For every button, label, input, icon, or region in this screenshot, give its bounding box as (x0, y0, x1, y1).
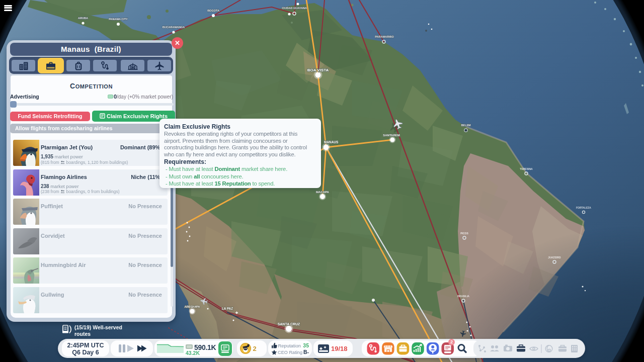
svg-text:35: 35 (303, 342, 309, 348)
svg-text:PANAMA CITY: PANAMA CITY (109, 18, 128, 21)
svg-text:Reputation: Reputation (278, 343, 301, 348)
svg-text:MANAUS: MANAUS (324, 140, 339, 144)
svg-text:PARAMARIBO: PARAMARIBO (375, 35, 394, 38)
svg-text:BRASILIA: BRASILIA (457, 295, 469, 298)
svg-text:19/18: 19/18 (331, 345, 348, 352)
svg-text:SANTAREM: SANTAREM (383, 134, 400, 137)
svg-text:JUAZEIRO: JUAZEIRO (548, 256, 560, 259)
svg-text:SANTA CRUZ: SANTA CRUZ (278, 322, 300, 326)
svg-text:MACAPA: MACAPA (316, 191, 330, 194)
svg-text:2: 2 (253, 345, 257, 352)
svg-text:LA PAZ: LA PAZ (222, 307, 233, 310)
svg-text:BUCARAMANGA: BUCARAMANGA (163, 26, 185, 29)
svg-text:BELEM: BELEM (461, 124, 471, 127)
svg-text:CEO Rating: CEO Rating (278, 350, 302, 355)
svg-text:BOA VISTA: BOA VISTA (307, 68, 329, 72)
svg-text:AREQUIPA: AREQUIPA (184, 305, 200, 308)
svg-text:CIUDAD GUAYANA: CIUDAD GUAYANA (282, 7, 307, 10)
svg-text:TERESINA: TERESINA (520, 167, 533, 170)
svg-text:BOGOTA: BOGOTA (207, 9, 219, 12)
svg-text:43.2K: 43.2K (186, 350, 200, 356)
svg-text:B-: B- (303, 349, 309, 355)
svg-text:PICOS: PICOS (460, 232, 468, 235)
svg-text:ARUBA: ARUBA (78, 17, 88, 20)
svg-text:FORTALEZA: FORTALEZA (576, 206, 591, 209)
